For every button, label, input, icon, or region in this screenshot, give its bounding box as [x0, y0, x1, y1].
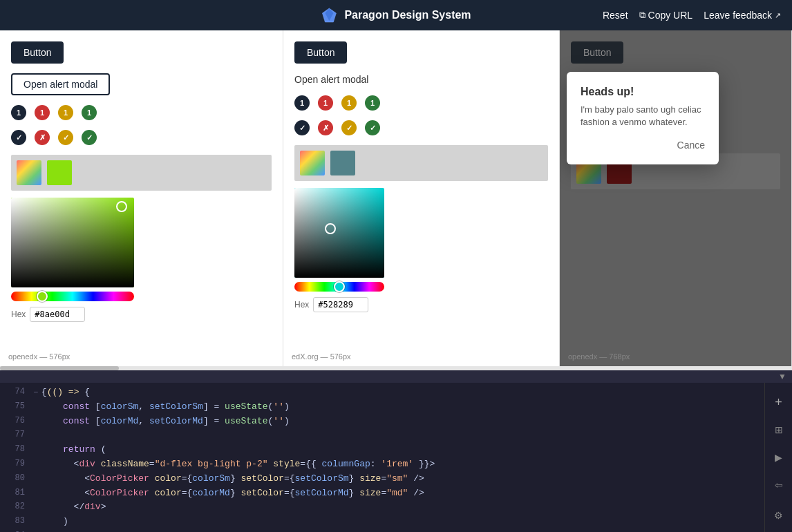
code-line-82: 82 – </div> [0, 500, 764, 515]
panel3-label: openedx — 768px [568, 352, 630, 361]
p2-hex-row: Hex [294, 297, 548, 312]
icon-circle-x-red: ✗ [35, 130, 50, 145]
header-logo: Paragon Design System [321, 7, 471, 23]
grid-icon[interactable]: ⊞ [768, 419, 790, 441]
code-line-81: 81 – <ColorPicker color={colorMd} setCol… [0, 486, 764, 501]
p2-check-navy: ✓ [294, 120, 310, 135]
color-gradient-box[interactable] [11, 198, 134, 287]
play-icon[interactable]: ▶ [768, 446, 790, 468]
scroll-bar[interactable] [0, 366, 119, 370]
share-icon[interactable]: ⇦ [768, 474, 790, 496]
code-area: 74 – { (() => { 75 – const [colorSm, set… [0, 383, 792, 532]
p2-gradient-black [294, 188, 384, 278]
panel1-color-picker: Hex [11, 198, 272, 322]
swatch-green [47, 160, 72, 185]
panel2-icon-row-bottom: ✓ ✗ ✓ ✓ [294, 120, 548, 135]
copy-url-button[interactable]: ⧉ Copy URL [639, 10, 693, 21]
p2-hue-cursor [334, 281, 345, 292]
hex-row: Hex [11, 307, 272, 322]
hex-input[interactable] [30, 307, 85, 322]
code-line-83: 83 – ) [0, 515, 764, 529]
panel1-swatch-row [11, 155, 272, 191]
settings-icon[interactable]: ⚙ [768, 504, 790, 526]
gradient-black [11, 198, 134, 287]
icon-circle-red: 1 [35, 105, 50, 120]
panel2-color-picker: Hex [294, 188, 548, 312]
swatch-gradient [17, 160, 41, 185]
panel2-content: Button Open alert modal 1 1 1 1 ✓ ✗ ✓ ✓ [283, 30, 559, 366]
panel1-outline-button[interactable]: Open alert modal [11, 73, 110, 95]
panel2-icon-row-top: 1 1 1 1 [294, 95, 548, 111]
header-actions: Reset ⧉ Copy URL Leave feedback ↗ [603, 10, 781, 21]
modal-box: Heads up! I'm baby palo santo ugh celiac… [567, 72, 719, 164]
chevron-row: ▼ [0, 370, 792, 383]
p2-swatch-gradient [300, 151, 325, 175]
icon-circle-navy: 1 [11, 105, 26, 120]
header: Paragon Design System Reset ⧉ Copy URL L… [0, 0, 792, 30]
panel1-content: Button Open alert modal 1 1 1 1 ✓ ✗ ✓ ✓ [0, 30, 283, 366]
code-line-75: 75 – const [colorSm, setColorSm] = useSt… [0, 400, 764, 415]
header-title: Paragon Design System [344, 9, 471, 21]
preview-panel-1: Button Open alert modal 1 1 1 1 ✓ ✗ ✓ ✓ [0, 30, 283, 366]
scroll-indicator [0, 366, 792, 370]
right-toolbar: + ⊞ ▶ ⇦ ⚙ [764, 383, 792, 532]
p2-icon-navy: 1 [294, 95, 310, 111]
external-link-icon: ↗ [775, 11, 781, 20]
code-line-80: 80 – <ColorPicker color={colorSm} setCol… [0, 472, 764, 486]
icon-circle-check-navy: ✓ [11, 130, 26, 145]
panel2-primary-button[interactable]: Button [294, 41, 347, 64]
code-panel: 74 – { (() => { 75 – const [colorSm, set… [0, 383, 764, 532]
panel1-icon-row-top: 1 1 1 1 [11, 105, 272, 120]
p2-check-yellow: ✓ [341, 120, 357, 135]
modal-cancel-button[interactable]: Cance [677, 140, 705, 151]
code-line-77: 77 – [0, 428, 764, 443]
hue-cursor [37, 291, 48, 302]
modal-body: I'm baby palo santo ugh celiac fashion a… [581, 104, 705, 129]
plus-icon[interactable]: + [768, 391, 790, 413]
icon-circle-yellow: 1 [58, 105, 73, 120]
modal-footer: Cance [581, 140, 705, 151]
diamond-icon [321, 7, 337, 23]
chevron-down-icon[interactable]: ▼ [778, 372, 786, 381]
p2-hue-slider[interactable] [294, 282, 384, 292]
panel2-outline-text: Open alert modal [294, 74, 368, 85]
preview-panel-3: Button Open alert modal 1 1 1 1 ✓ ✗ ✓ ✓ [560, 30, 792, 366]
code-line-74: 74 – { (() => { [0, 386, 764, 400]
modal-overlay: Heads up! I'm baby palo santo ugh celiac… [560, 30, 791, 366]
p2-x-red: ✗ [318, 120, 333, 135]
icon-circle-green: 1 [82, 105, 97, 120]
modal-title: Heads up! [581, 86, 705, 98]
p2-hex-input[interactable] [313, 297, 368, 312]
icon-circle-check-green: ✓ [82, 130, 97, 145]
panel2-swatch-row [294, 145, 548, 181]
panel1-label: openedx — 576px [8, 352, 70, 361]
p2-color-gradient-box[interactable] [294, 188, 384, 278]
panel1-primary-button[interactable]: Button [11, 41, 64, 64]
code-line-76: 76 – const [colorMd, setColorMd] = useSt… [0, 415, 764, 429]
reset-button[interactable]: Reset [603, 10, 628, 21]
code-line-84: 84 – })()} [0, 529, 764, 532]
preview-panel-2: Button Open alert modal 1 1 1 1 ✓ ✗ ✓ ✓ [283, 30, 560, 366]
preview-area: Button Open alert modal 1 1 1 1 ✓ ✗ ✓ ✓ [0, 30, 792, 366]
p2-icon-red: 1 [318, 95, 333, 111]
leave-feedback-button[interactable]: Leave feedback ↗ [704, 10, 781, 21]
p2-hex-label: Hex [294, 300, 309, 310]
p2-icon-green: 1 [365, 95, 380, 111]
panel1-icon-row-bottom: ✓ ✗ ✓ ✓ [11, 130, 272, 145]
hue-slider[interactable] [11, 292, 134, 301]
hex-label: Hex [11, 310, 26, 319]
code-line-79: 79 – <div className="d-flex bg-light p-2… [0, 457, 764, 472]
p2-swatch-teal [330, 151, 355, 175]
icon-circle-check-yellow: ✓ [58, 130, 73, 145]
p2-check-green: ✓ [365, 120, 380, 135]
copy-icon: ⧉ [639, 10, 645, 21]
p2-icon-yellow: 1 [341, 95, 357, 111]
panel2-label: edX.org — 576px [292, 352, 351, 361]
code-line-78: 78 – return ( [0, 443, 764, 457]
